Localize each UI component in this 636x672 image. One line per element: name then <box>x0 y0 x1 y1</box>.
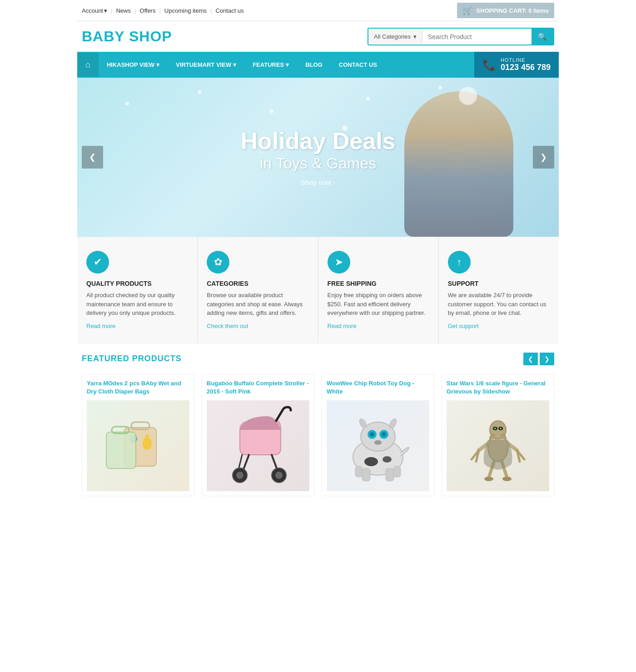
featured-products-section: FEATURED PRODUCTS ❮ ❯ Yarra MOdes 2 pcs … <box>77 343 559 505</box>
top-bar-nav: Account ▾ | News | Offers | Upcoming ite… <box>82 7 244 14</box>
search-input[interactable] <box>422 30 532 44</box>
header: BABY SHOP All Categories ▾ 🔍 <box>77 21 559 52</box>
cart-icon: 🛒 <box>462 5 472 15</box>
product-image <box>207 400 309 491</box>
nav-home-button[interactable]: ⌂ <box>77 53 99 77</box>
svg-rect-26 <box>386 468 394 481</box>
nav-hikashop-view[interactable]: HIKASHOP VIEW ▾ <box>99 54 168 75</box>
main-nav: ⌂ HIKASHOP VIEW ▾ VIRTUEMART VIEW ▾ FEAT… <box>77 52 559 78</box>
svg-point-17 <box>275 472 283 479</box>
svg-point-29 <box>364 457 378 466</box>
nav-blog[interactable]: BLOG <box>297 54 331 75</box>
separator: | <box>111 7 112 14</box>
featured-products-title: FEATURED PRODUCTS <box>82 354 182 363</box>
svg-point-45 <box>484 477 493 481</box>
nav-contact-us[interactable]: CONTACT US <box>331 54 385 75</box>
feature-title: FREE SHIPPING <box>328 280 429 287</box>
hero-next-button[interactable]: ❯ <box>533 146 554 169</box>
products-grid: Yarra MOdes 2 pcs BAby Wet and Dry Cloth… <box>82 374 554 496</box>
quality-read-more-link[interactable]: Read more <box>86 323 115 329</box>
svg-point-35 <box>494 428 496 429</box>
logo[interactable]: BABY SHOP <box>82 28 172 45</box>
features-section: ✔ QUALITY PRODUCTS All product checked b… <box>77 237 559 343</box>
product-image <box>447 400 549 491</box>
hero-slider: ❮ Holiday Deals in Toys & Games Shop now… <box>77 78 559 237</box>
nav-label: CONTACT US <box>339 61 377 68</box>
product-name[interactable]: Yarra MOdes 2 pcs BAby Wet and Dry Cloth… <box>87 379 189 396</box>
snowflake <box>125 102 129 105</box>
product-name[interactable]: WowWee Chip Robot Toy Dog - White <box>327 379 429 396</box>
snowflake <box>366 97 370 100</box>
feature-shipping: ➤ FREE SHIPPING Enjoy free shipping on o… <box>318 237 439 343</box>
product-card: WowWee Chip Robot Toy Dog - White <box>322 374 434 496</box>
product-image <box>87 400 189 491</box>
svg-point-36 <box>500 428 502 429</box>
hotline-number: 0123 456 789 <box>501 63 551 72</box>
svg-point-15 <box>236 472 243 479</box>
product-name[interactable]: Bugaboo Buffalo Complete Stroller - 2015… <box>207 379 309 396</box>
svg-point-30 <box>383 456 392 463</box>
svg-rect-28 <box>393 466 401 477</box>
nav-label: BLOG <box>305 61 323 68</box>
upcoming-link[interactable]: Upcoming items <box>164 7 207 14</box>
next-icon: ❯ <box>540 153 547 162</box>
support-icon: ↑ <box>448 251 471 274</box>
feature-desc: Browse our available product categories … <box>207 291 308 318</box>
separator: | <box>159 7 160 14</box>
home-icon: ⌂ <box>85 60 90 69</box>
svg-point-24 <box>374 440 382 445</box>
hero-prev-button[interactable]: ❮ <box>82 146 103 169</box>
categories-check-link[interactable]: Check them out <box>207 323 248 329</box>
top-bar: Account ▾ | News | Offers | Upcoming ite… <box>77 0 559 21</box>
news-link[interactable]: News <box>116 7 131 14</box>
contact-link[interactable]: Contact us <box>215 7 243 14</box>
search-button[interactable]: 🔍 <box>532 29 553 45</box>
nav-features[interactable]: FEATURES ▾ <box>244 54 297 75</box>
chevron-down-icon: ▾ <box>233 61 236 68</box>
categories-chevron: ▾ <box>413 33 417 40</box>
phone-icon: 📞 <box>482 59 496 71</box>
feature-title: CATEGORIES <box>207 280 308 287</box>
product-card: Star Wars 1/6 scale figure - General Gri… <box>442 374 554 496</box>
cart-area[interactable]: 🛒 SHOPPING CART: 0 Items <box>457 3 554 18</box>
products-nav: ❮ ❯ <box>523 353 554 365</box>
support-link[interactable]: Get support <box>448 323 479 329</box>
feature-desc: Enjoy free shipping on orders above $250… <box>328 291 429 318</box>
svg-rect-25 <box>362 468 370 481</box>
person-silhouette <box>404 91 513 237</box>
chevron-down-icon: ▾ <box>286 61 289 68</box>
hero-decoration <box>459 87 477 105</box>
svg-point-22 <box>370 432 374 437</box>
products-next-button[interactable]: ❯ <box>540 353 554 365</box>
svg-point-23 <box>382 432 386 437</box>
diaper-bag-svg <box>97 405 179 487</box>
hero-cta-button[interactable]: Shop now <box>240 179 395 186</box>
product-name[interactable]: Star Wars 1/6 scale figure - General Gri… <box>447 379 549 396</box>
robot-dog-svg <box>337 403 419 489</box>
feature-desc: All product checked by our quality maint… <box>86 291 188 318</box>
product-image <box>327 400 429 491</box>
products-header: FEATURED PRODUCTS ❮ ❯ <box>82 353 554 365</box>
feature-title: QUALITY PRODUCTS <box>86 280 188 287</box>
shipping-read-more-link[interactable]: Read more <box>328 323 357 329</box>
feature-quality: ✔ QUALITY PRODUCTS All product checked b… <box>77 237 198 343</box>
svg-rect-9 <box>106 432 136 468</box>
hero-headline: Holiday Deals <box>240 128 395 154</box>
feature-desc: We are available 24/7 to provide custome… <box>448 291 550 318</box>
nav-virtuemart-view[interactable]: VIRTUEMART VIEW ▾ <box>168 54 244 75</box>
hotline-label: HOTLINE <box>501 57 551 63</box>
separator: | <box>134 7 136 14</box>
products-prev-button[interactable]: ❮ <box>523 353 538 365</box>
stroller-svg <box>217 403 299 489</box>
nav-label: FEATURES <box>253 61 284 68</box>
account-menu[interactable]: Account ▾ <box>82 7 107 14</box>
categories-dropdown[interactable]: All Categories ▾ <box>368 30 422 44</box>
nav-label: VIRTUEMART VIEW <box>176 61 231 68</box>
search-bar: All Categories ▾ 🔍 <box>368 28 554 45</box>
hotline-info: HOTLINE 0123 456 789 <box>501 57 551 72</box>
account-label: Account <box>82 7 103 14</box>
offers-link[interactable]: Offers <box>139 7 155 14</box>
separator: | <box>210 7 212 14</box>
search-icon: 🔍 <box>538 33 547 40</box>
product-card: Bugaboo Buffalo Complete Stroller - 2015… <box>202 374 314 496</box>
